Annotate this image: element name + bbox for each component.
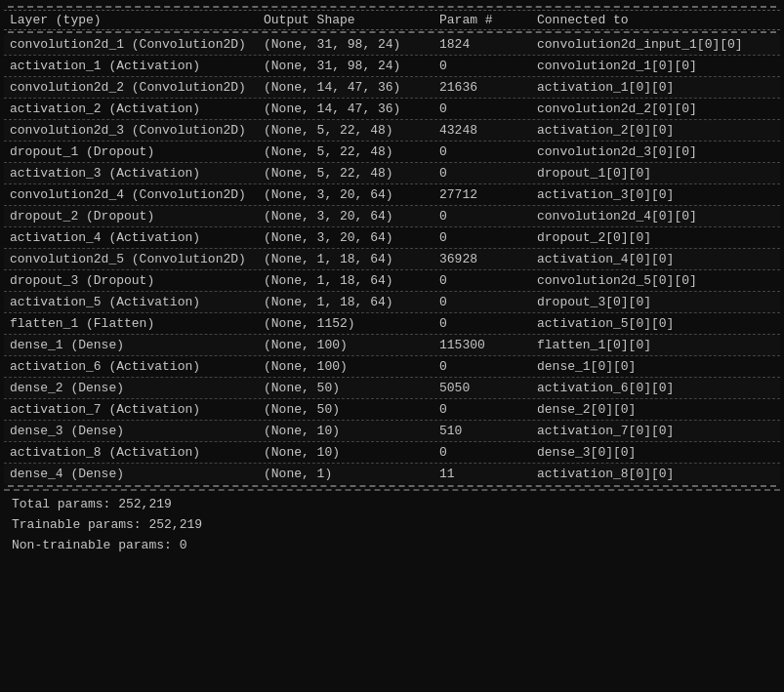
table-row: activation_4 (Activation) (None, 3, 20, …: [4, 227, 780, 248]
table-row: convolution2d_4 (Convolution2D) (None, 3…: [4, 184, 780, 205]
cell-connected: activation_3[0][0]: [535, 187, 776, 202]
table-header: Layer (type) Output Shape Param # Connec…: [4, 10, 780, 30]
cell-layer: convolution2d_3 (Convolution2D): [8, 123, 262, 138]
cell-connected: activation_5[0][0]: [535, 316, 776, 331]
cell-params: 0: [437, 209, 535, 224]
cell-connected: activation_4[0][0]: [535, 252, 776, 266]
table-row: activation_6 (Activation) (None, 100) 0 …: [4, 356, 780, 377]
cell-shape: (None, 31, 98, 24): [262, 37, 437, 52]
table-row: dropout_2 (Dropout) (None, 3, 20, 64) 0 …: [4, 206, 780, 226]
cell-shape: (None, 14, 47, 36): [262, 102, 437, 116]
table-row: convolution2d_3 (Convolution2D) (None, 5…: [4, 120, 780, 141]
trainable-params: Trainable params: 252,219: [12, 515, 772, 536]
cell-connected: activation_6[0][0]: [535, 381, 776, 395]
cell-params: 0: [437, 230, 535, 245]
cell-shape: (None, 10): [262, 445, 437, 460]
cell-connected: convolution2d_3[0][0]: [535, 144, 776, 159]
cell-params: 0: [437, 316, 535, 331]
cell-params: 27712: [437, 187, 535, 202]
cell-connected: dense_2[0][0]: [535, 402, 776, 417]
cell-params: 11: [437, 467, 535, 481]
cell-params: 0: [437, 359, 535, 374]
model-summary-table: Layer (type) Output Shape Param # Connec…: [0, 6, 784, 559]
cell-layer: activation_4 (Activation): [8, 230, 262, 245]
cell-layer: activation_2 (Activation): [8, 102, 262, 116]
cell-params: 0: [437, 445, 535, 460]
table-row: activation_2 (Activation) (None, 14, 47,…: [4, 99, 780, 119]
cell-connected: activation_7[0][0]: [535, 424, 776, 438]
table-row: activation_3 (Activation) (None, 5, 22, …: [4, 163, 780, 183]
header-connected: Connected to: [535, 13, 776, 27]
cell-shape: (None, 10): [262, 424, 437, 438]
cell-layer: activation_1 (Activation): [8, 59, 262, 73]
cell-layer: dense_3 (Dense): [8, 424, 262, 438]
cell-params: 43248: [437, 123, 535, 138]
cell-layer: flatten_1 (Flatten): [8, 316, 262, 331]
model-params-summary: Total params: 252,219 Trainable params: …: [4, 489, 780, 559]
cell-params: 1824: [437, 37, 535, 52]
cell-params: 21636: [437, 80, 535, 95]
total-params: Total params: 252,219: [12, 495, 772, 515]
cell-params: 0: [437, 166, 535, 181]
cell-connected: activation_2[0][0]: [535, 123, 776, 138]
cell-shape: (None, 1, 18, 64): [262, 295, 437, 309]
cell-params: 0: [437, 295, 535, 309]
cell-shape: (None, 1, 18, 64): [262, 252, 437, 266]
cell-connected: dropout_1[0][0]: [535, 166, 776, 181]
table-row: dense_2 (Dense) (None, 50) 5050 activati…: [4, 378, 780, 398]
cell-connected: convolution2d_2[0][0]: [535, 102, 776, 116]
cell-layer: dense_1 (Dense): [8, 338, 262, 352]
cell-params: 0: [437, 144, 535, 159]
non-trainable-params: Non-trainable params: 0: [12, 536, 772, 556]
cell-shape: (None, 5, 22, 48): [262, 123, 437, 138]
cell-layer: dropout_3 (Dropout): [8, 273, 262, 288]
cell-connected: dropout_2[0][0]: [535, 230, 776, 245]
cell-connected: convolution2d_1[0][0]: [535, 59, 776, 73]
table-row: activation_7 (Activation) (None, 50) 0 d…: [4, 399, 780, 420]
cell-connected: dropout_3[0][0]: [535, 295, 776, 309]
cell-layer: convolution2d_1 (Convolution2D): [8, 37, 262, 52]
cell-layer: convolution2d_2 (Convolution2D): [8, 80, 262, 95]
cell-params: 36928: [437, 252, 535, 266]
cell-connected: convolution2d_5[0][0]: [535, 273, 776, 288]
header-output-shape: Output Shape: [262, 13, 437, 27]
table-row: dropout_3 (Dropout) (None, 1, 18, 64) 0 …: [4, 270, 780, 291]
cell-params: 510: [437, 424, 535, 438]
cell-shape: (None, 50): [262, 381, 437, 395]
cell-params: 0: [437, 273, 535, 288]
cell-connected: convolution2d_4[0][0]: [535, 209, 776, 224]
header-layer: Layer (type): [8, 13, 262, 27]
cell-shape: (None, 3, 20, 64): [262, 187, 437, 202]
cell-layer: dense_4 (Dense): [8, 467, 262, 481]
cell-layer: activation_5 (Activation): [8, 295, 262, 309]
table-body: convolution2d_1 (Convolution2D) (None, 3…: [4, 34, 780, 484]
cell-params: 0: [437, 102, 535, 116]
table-row: convolution2d_1 (Convolution2D) (None, 3…: [4, 34, 780, 55]
table-row: activation_8 (Activation) (None, 10) 0 d…: [4, 442, 780, 463]
table-row: convolution2d_5 (Convolution2D) (None, 1…: [4, 249, 780, 269]
cell-connected: activation_8[0][0]: [535, 467, 776, 481]
cell-params: 0: [437, 402, 535, 417]
cell-params: 5050: [437, 381, 535, 395]
table-row: dropout_1 (Dropout) (None, 5, 22, 48) 0 …: [4, 142, 780, 162]
cell-params: 115300: [437, 338, 535, 352]
cell-layer: convolution2d_4 (Convolution2D): [8, 187, 262, 202]
table-row: dense_3 (Dense) (None, 10) 510 activatio…: [4, 421, 780, 441]
cell-shape: (None, 1): [262, 467, 437, 481]
cell-shape: (None, 1152): [262, 316, 437, 331]
cell-layer: dropout_2 (Dropout): [8, 209, 262, 224]
cell-connected: flatten_1[0][0]: [535, 338, 776, 352]
cell-layer: activation_3 (Activation): [8, 166, 262, 181]
cell-params: 0: [437, 59, 535, 73]
cell-connected: dense_1[0][0]: [535, 359, 776, 374]
cell-layer: activation_7 (Activation): [8, 402, 262, 417]
cell-layer: activation_8 (Activation): [8, 445, 262, 460]
cell-shape: (None, 14, 47, 36): [262, 80, 437, 95]
cell-connected: convolution2d_input_1[0][0]: [535, 37, 776, 52]
cell-shape: (None, 5, 22, 48): [262, 166, 437, 181]
cell-layer: dropout_1 (Dropout): [8, 144, 262, 159]
cell-shape: (None, 31, 98, 24): [262, 59, 437, 73]
table-row: dense_4 (Dense) (None, 1) 11 activation_…: [4, 464, 780, 484]
cell-layer: dense_2 (Dense): [8, 381, 262, 395]
cell-shape: (None, 3, 20, 64): [262, 230, 437, 245]
